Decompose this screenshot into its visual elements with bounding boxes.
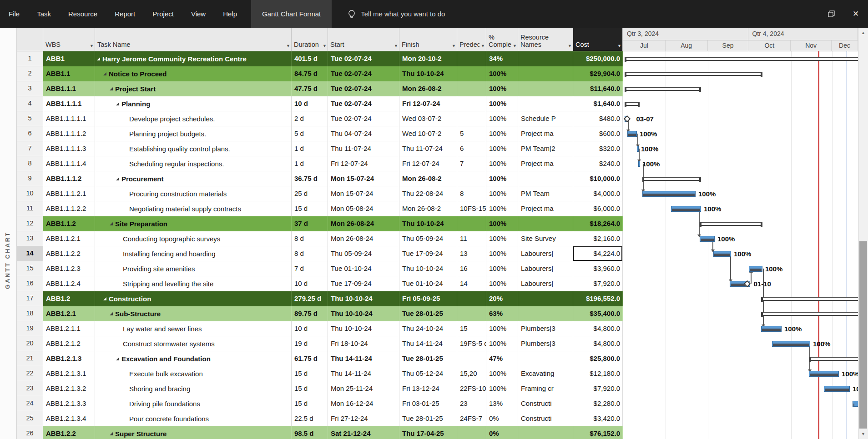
cell-num[interactable]: 20	[17, 336, 43, 351]
cell-finish[interactable]: Thu 05-12-24	[399, 366, 457, 381]
cell-cost[interactable]: $10,000.0	[573, 171, 623, 186]
column-header-name[interactable]: Task Name▼	[95, 28, 292, 51]
cell-cost[interactable]: $29,904.0	[573, 66, 623, 81]
cell-dur[interactable]: 15 d	[292, 381, 328, 396]
cell-num[interactable]: 21	[17, 351, 43, 366]
cell-pred[interactable]	[457, 51, 486, 66]
cell-wbs[interactable]: ABB1.1.1.2	[43, 171, 95, 186]
cell-cost[interactable]: $2,280.0	[573, 396, 623, 411]
cell-name[interactable]: Excavation and Foundation	[95, 351, 292, 366]
gantt-task-bar[interactable]	[761, 326, 782, 332]
gantt-summary-bar[interactable]	[809, 357, 858, 361]
cell-num[interactable]: 6	[17, 126, 43, 141]
cell-pred[interactable]	[457, 351, 486, 366]
gantt-task-bar[interactable]	[713, 251, 731, 257]
cell-start[interactable]: Mon 16-12-24	[328, 396, 399, 411]
cell-start[interactable]: Tue 01-10-24	[328, 261, 399, 276]
cell-num[interactable]: 3	[17, 81, 43, 96]
cell-cost[interactable]: $480.0	[573, 111, 623, 126]
gantt-task-bar[interactable]	[700, 236, 715, 242]
gantt-task-bar[interactable]	[824, 386, 850, 392]
cell-pred[interactable]	[457, 81, 486, 96]
cell-wbs[interactable]: ABB1.1.2.2	[43, 246, 95, 261]
cell-pred[interactable]	[457, 66, 486, 81]
cell-res[interactable]: PM Team[2	[518, 141, 573, 156]
cell-start[interactable]: Thu 11-07-24	[328, 141, 399, 156]
gantt-task-bar[interactable]	[809, 371, 839, 377]
cell-wbs[interactable]: ABB1.1	[43, 66, 95, 81]
cell-num[interactable]: 24	[17, 396, 43, 411]
filter-dropdown-icon[interactable]: ▼	[513, 44, 517, 48]
cell-start[interactable]: Mon 05-08-24	[328, 201, 399, 216]
cell-finish[interactable]: Thu 10-10-24	[399, 216, 457, 231]
cell-dur[interactable]: 15 d	[292, 201, 328, 216]
cell-res[interactable]	[518, 171, 573, 186]
cell-res[interactable]: Labourers[	[518, 261, 573, 276]
cell-pred[interactable]: 15	[457, 321, 486, 336]
cell-cost[interactable]: $4,800.0	[573, 336, 623, 351]
cell-dur[interactable]: 84.75 d	[292, 66, 328, 81]
cell-dur[interactable]: 10 d	[292, 96, 328, 111]
cell-name[interactable]: Driving pile foundations	[95, 396, 292, 411]
cell-cost[interactable]: $1,640.0	[573, 96, 623, 111]
cell-dur[interactable]: 8 d	[292, 246, 328, 261]
cell-finish[interactable]: Thu 24-10-24	[399, 321, 457, 336]
filter-dropdown-icon[interactable]: ▼	[481, 44, 485, 48]
cell-wbs[interactable]: ABB1.1.1.1.3	[43, 141, 95, 156]
cell-pred[interactable]: 5	[457, 126, 486, 141]
cell-pct[interactable]: 0%	[486, 411, 518, 426]
cell-res[interactable]	[518, 96, 573, 111]
gantt-task-bar[interactable]	[627, 131, 637, 137]
cell-res[interactable]: Project ma	[518, 156, 573, 171]
cell-dur[interactable]: 15 d	[292, 396, 328, 411]
cell-finish[interactable]: Fri 03-01-25	[399, 396, 457, 411]
cell-finish[interactable]: Fri 05-09-25	[399, 291, 457, 306]
cell-cost[interactable]: $12,180.0	[573, 366, 623, 381]
cell-finish[interactable]: Thu 17-04-25	[399, 426, 457, 439]
cell-num[interactable]: 8	[17, 156, 43, 171]
cell-cost[interactable]: $320.0	[573, 141, 623, 156]
gantt-task-bar[interactable]	[642, 191, 696, 197]
cell-num[interactable]: 12	[17, 216, 43, 231]
cell-res[interactable]	[518, 66, 573, 81]
filter-dropdown-icon[interactable]: ▼	[286, 44, 290, 48]
cell-start[interactable]: Tue 02-07-24	[328, 51, 399, 66]
cell-num[interactable]: 10	[17, 186, 43, 201]
cell-name[interactable]: Installing fencing and hoarding	[95, 246, 292, 261]
cell-pct[interactable]: 100%	[486, 201, 518, 216]
cell-pred[interactable]	[457, 426, 486, 439]
gantt-task-bar[interactable]	[671, 206, 701, 212]
cell-cost[interactable]: $7,920.0	[573, 276, 623, 291]
ribbon-tab-task[interactable]: Task	[28, 0, 60, 28]
cell-wbs[interactable]: ABB1.2.1.1	[43, 321, 95, 336]
cell-dur[interactable]: 2 d	[292, 111, 328, 126]
cell-res[interactable]: Site Survey	[518, 231, 573, 246]
cell-cost[interactable]: $6,000.0	[573, 201, 623, 216]
cell-res[interactable]	[518, 81, 573, 96]
cell-name[interactable]: Procurement	[95, 171, 292, 186]
cell-res[interactable]	[518, 426, 573, 439]
cell-num[interactable]: 2	[17, 66, 43, 81]
cell-res[interactable]	[518, 306, 573, 321]
cell-finish[interactable]: Thu 11-07-24	[399, 141, 457, 156]
selected-cell-cost[interactable]: $4,224.0	[573, 246, 623, 261]
filter-dropdown-icon[interactable]: ▼	[568, 44, 572, 48]
cell-start[interactable]: Thu 10-10-24	[328, 291, 399, 306]
cell-start[interactable]: Thu 04-07-24	[328, 126, 399, 141]
filter-dropdown-icon[interactable]: ▼	[323, 44, 327, 48]
cell-name[interactable]: Planning	[95, 96, 292, 111]
ribbon-tab-resource[interactable]: Resource	[60, 0, 106, 28]
cell-start[interactable]: Thu 05-09-24	[328, 246, 399, 261]
gantt-summary-bar[interactable]	[761, 312, 858, 316]
cell-dur[interactable]: 7 d	[292, 261, 328, 276]
column-header-wbs[interactable]: WBS▼	[43, 28, 95, 51]
cell-pct[interactable]: 0%	[486, 426, 518, 439]
cell-res[interactable]: Excavating	[518, 366, 573, 381]
cell-name[interactable]: Conducting topographic surveys	[95, 231, 292, 246]
cell-dur[interactable]: 15 d	[292, 366, 328, 381]
cell-pred[interactable]: 22FS-10	[457, 381, 486, 396]
cell-cost[interactable]: $25,800.0	[573, 351, 623, 366]
cell-pred[interactable]: 23	[457, 396, 486, 411]
column-header-res[interactable]: Resource Names▼	[518, 28, 573, 51]
gantt-task-bar[interactable]	[638, 161, 640, 167]
